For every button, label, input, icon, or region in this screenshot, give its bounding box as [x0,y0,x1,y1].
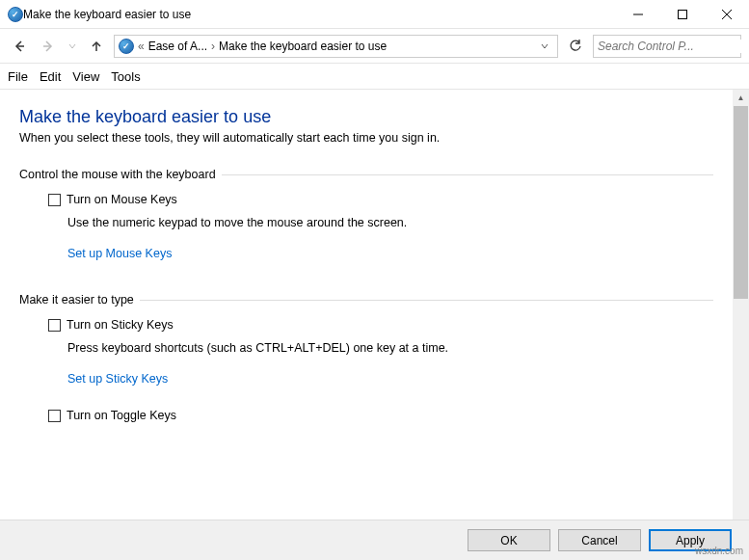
mouse-keys-checkbox[interactable]: Turn on Mouse Keys [48,193,713,206]
watermark: wsxdn.com [695,546,743,556]
close-button[interactable] [705,0,749,29]
checkbox-icon [48,319,61,332]
content-wrapper: Make the keyboard easier to use When you… [0,90,749,520]
titlebar: Make the keyboard easier to use [0,0,749,29]
group-easier-type: Make it easier to type [19,293,713,307]
refresh-button[interactable] [564,35,587,58]
checkbox-label: Turn on Sticky Keys [67,318,174,332]
forward-button[interactable] [37,35,60,58]
footer-buttons: OK Cancel Apply [0,520,749,560]
group-title: Control the mouse with the keyboard [19,168,216,181]
page-heading: Make the keyboard easier to use [19,107,713,127]
menu-view[interactable]: View [72,69,99,84]
control-panel-icon [8,7,23,22]
back-button[interactable] [8,35,31,58]
divider [140,300,713,301]
minimize-button[interactable] [616,0,660,29]
mouse-keys-description: Use the numeric keypad to move the mouse… [67,216,713,229]
navigation-bar: « Ease of A... › Make the keyboard easie… [0,29,749,64]
page-subheading: When you select these tools, they will a… [19,131,713,145]
scroll-up-icon[interactable]: ▲ [733,90,749,106]
scroll-thumb[interactable] [734,106,748,299]
scrollbar[interactable]: ▲ [733,90,749,520]
up-button[interactable] [85,35,108,58]
cancel-button[interactable]: Cancel [558,529,641,551]
svg-rect-1 [679,10,687,18]
menu-file[interactable]: File [8,69,28,84]
breadcrumb-item[interactable]: Make the keyboard easier to use [219,40,387,53]
group-mouse-keys: Control the mouse with the keyboard [19,168,713,181]
sticky-keys-checkbox[interactable]: Turn on Sticky Keys [48,318,713,332]
checkbox-icon [48,410,61,422]
checkbox-label: Turn on Mouse Keys [67,193,177,206]
content-area: Make the keyboard easier to use When you… [0,90,733,520]
menu-edit[interactable]: Edit [40,69,61,84]
maximize-button[interactable] [660,0,705,29]
window-controls [616,0,749,29]
ok-button[interactable]: OK [468,529,550,551]
search-box[interactable] [593,35,741,58]
address-icon [119,39,134,54]
checkbox-label: Turn on Toggle Keys [67,409,176,422]
search-input[interactable] [598,40,743,53]
toggle-keys-checkbox[interactable]: Turn on Toggle Keys [48,409,713,422]
chevron-icon: « [134,40,148,53]
divider [222,174,713,175]
recent-dropdown[interactable] [66,35,79,58]
breadcrumb-item[interactable]: Ease of A... [148,40,207,53]
sticky-keys-description: Press keyboard shortcuts (such as CTRL+A… [67,341,713,355]
setup-mouse-keys-link[interactable]: Set up Mouse Keys [67,247,172,260]
address-dropdown[interactable] [536,40,553,53]
address-bar[interactable]: « Ease of A... › Make the keyboard easie… [114,35,558,58]
group-title: Make it easier to type [19,293,134,307]
checkbox-icon [48,194,61,206]
menu-tools[interactable]: Tools [111,69,140,84]
setup-sticky-keys-link[interactable]: Set up Sticky Keys [67,372,168,386]
window-title: Make the keyboard easier to use [23,8,616,21]
chevron-right-icon: › [207,40,219,53]
menu-bar: File Edit View Tools [0,64,749,90]
